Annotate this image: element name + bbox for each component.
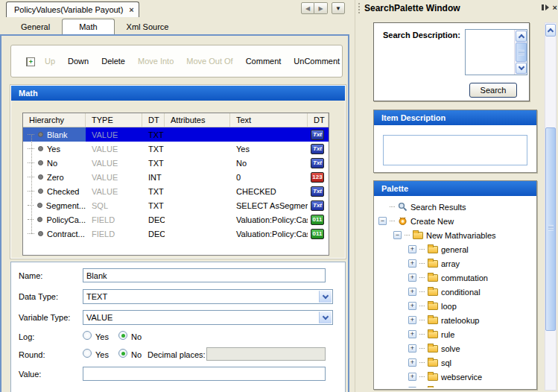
round-no-label: No <box>131 350 142 359</box>
expand-all-icon[interactable]: + <box>25 56 35 66</box>
tree-item-ratelookup[interactable]: + ratelookup <box>374 313 535 327</box>
tree-item-conditional[interactable]: + conditional <box>374 285 535 299</box>
expand-expander-icon[interactable]: + <box>408 387 416 388</box>
document-tab[interactable]: PolicyValues(Variable Payout) × <box>6 1 139 17</box>
chevron-right-icon: ▶ <box>318 5 323 12</box>
tree-item-search-results[interactable]: Search Results <box>374 200 535 214</box>
tree-item-array[interactable]: + array <box>374 256 535 271</box>
tree-item-create-new[interactable]: − Create New <box>374 214 535 228</box>
expand-expander-icon[interactable]: + <box>408 259 416 268</box>
column-header-text[interactable]: Text <box>230 113 308 127</box>
panel-scrollbar[interactable] <box>545 22 557 391</box>
scroll-up-icon[interactable] <box>545 24 556 37</box>
tab-xml-source[interactable]: Xml Source <box>115 19 181 35</box>
table-row[interactable]: Blank VALUE TXT Txt <box>23 127 329 142</box>
expand-expander-icon[interactable]: + <box>408 330 416 338</box>
search-results-icon <box>398 202 408 212</box>
tree-item-loop[interactable]: + loop <box>374 299 535 313</box>
search-description-input[interactable] <box>465 29 527 75</box>
expand-expander-icon[interactable]: + <box>408 358 416 367</box>
palette-header: Palette <box>374 181 536 196</box>
tree-item-solve[interactable]: + solve <box>374 341 535 355</box>
toolbar-up-button: Up <box>45 57 55 66</box>
column-header-hierarchy[interactable]: Hierarchy <box>23 113 86 127</box>
folder-icon <box>428 317 438 324</box>
tree-item-rule[interactable]: + rule <box>374 327 535 341</box>
toolbar-down-button[interactable]: Down <box>68 57 89 66</box>
column-header-attributes[interactable]: Attributes <box>165 113 230 127</box>
column-header-type[interactable]: TYPE <box>86 113 142 127</box>
textarea-scrollbar[interactable] <box>514 30 527 75</box>
log-yes-radio[interactable] <box>83 331 92 340</box>
tree-item-commutation[interactable]: + commutation <box>374 271 535 285</box>
search-button[interactable]: Search <box>469 83 517 98</box>
table-row[interactable]: Zero VALUE INT 0 123 <box>23 170 329 184</box>
expand-expander-icon[interactable]: + <box>408 373 416 381</box>
palette-tree: Search Results − Create New − New Mathva… <box>374 200 535 388</box>
column-header-dt-icon[interactable]: DT <box>308 113 329 127</box>
collapse-expander-icon[interactable]: − <box>393 231 402 239</box>
txt-datatype-icon: Txt <box>311 158 324 168</box>
table-row[interactable]: Yes VALUE TXT Yes Txt <box>23 142 329 156</box>
palette-window-titlebar[interactable]: SearchPalette Window × <box>355 0 558 16</box>
tab-general[interactable]: General <box>9 19 62 35</box>
search-section: Search Description: Search <box>373 22 530 101</box>
tree-item-general[interactable]: + general <box>374 242 535 256</box>
tree-item-webservice[interactable]: + webservice <box>374 370 535 384</box>
chevron-down-icon[interactable] <box>319 312 332 323</box>
variable-bullet-icon <box>37 217 42 222</box>
drag-grip-icon[interactable] <box>358 3 361 13</box>
scroll-up-icon[interactable] <box>516 31 527 42</box>
table-row[interactable]: No VALUE TXT No Txt <box>23 156 329 170</box>
tree-item-xml[interactable]: + xml <box>374 384 535 388</box>
math-panel-header: Math <box>11 86 345 101</box>
prev-tab-button[interactable]: ◀ <box>301 2 314 14</box>
log-no-label: No <box>131 332 142 341</box>
auto-hide-pin-icon[interactable] <box>541 4 550 11</box>
toolbar-uncomment-button[interactable]: UnComment <box>294 57 340 66</box>
folder-icon <box>428 288 438 296</box>
next-tab-button[interactable]: ▶ <box>314 2 328 14</box>
scrollbar-thumb[interactable] <box>516 42 527 62</box>
data-type-select[interactable]: TEXT <box>83 289 333 304</box>
expand-expander-icon[interactable]: + <box>408 245 416 253</box>
name-field[interactable] <box>83 268 326 282</box>
scrollbar-thumb[interactable] <box>545 127 556 331</box>
round-no-radio[interactable] <box>118 349 127 358</box>
tab-math[interactable]: Math <box>62 19 114 36</box>
variable-properties-form: Name: Data Type: TEXT Variable Type: VAL… <box>10 262 346 392</box>
table-row[interactable]: Segment... SQL TXT SELECT AsSegment Txt <box>23 198 329 212</box>
document-tab-bar: PolicyValues(Variable Payout) × ◀ ▶ ▼ <box>0 0 350 17</box>
log-no-radio[interactable] <box>118 331 127 340</box>
round-label: Round: <box>19 350 45 359</box>
value-field[interactable] <box>83 367 326 381</box>
document-tab-title: PolicyValues(Variable Payout) <box>14 5 123 14</box>
collapse-expander-icon[interactable]: − <box>378 217 387 225</box>
item-description-box[interactable] <box>383 135 527 165</box>
value-label: Value: <box>19 370 41 379</box>
close-icon[interactable]: × <box>553 3 557 12</box>
tab-list-dropdown-button[interactable]: ▼ <box>332 2 345 14</box>
scroll-down-icon[interactable] <box>516 63 527 74</box>
expand-expander-icon[interactable]: + <box>408 274 416 282</box>
table-row[interactable]: PolicyCa... FIELD DEC Valuation:Policy:C… <box>23 212 329 227</box>
variable-type-select[interactable]: VALUE <box>83 310 333 325</box>
expand-expander-icon[interactable]: + <box>408 288 416 296</box>
tree-item-new-mathvariables[interactable]: − New Mathvariables <box>374 228 535 242</box>
variable-bullet-icon <box>38 174 43 180</box>
expand-expander-icon[interactable]: + <box>408 302 416 310</box>
chevron-down-icon[interactable] <box>319 291 332 303</box>
folder-icon <box>428 331 438 338</box>
column-header-dt[interactable]: DT <box>142 113 165 127</box>
toolbar-comment-button[interactable]: Comment <box>246 57 282 66</box>
table-row[interactable]: Contract... FIELD DEC Valuation:Policy:C… <box>23 227 329 241</box>
variables-table: Hierarchy TYPE DT Attributes Text DT Bla… <box>22 113 329 256</box>
variable-bullet-icon <box>37 203 42 208</box>
expand-expander-icon[interactable]: + <box>408 344 416 353</box>
close-icon[interactable]: × <box>129 5 133 14</box>
toolbar-delete-button[interactable]: Delete <box>101 57 125 66</box>
round-yes-radio[interactable] <box>83 349 92 358</box>
table-row[interactable]: Checked VALUE TXT CHECKED Txt <box>23 184 329 198</box>
tree-item-sql[interactable]: + sql <box>374 355 535 370</box>
expand-expander-icon[interactable]: + <box>408 316 416 324</box>
